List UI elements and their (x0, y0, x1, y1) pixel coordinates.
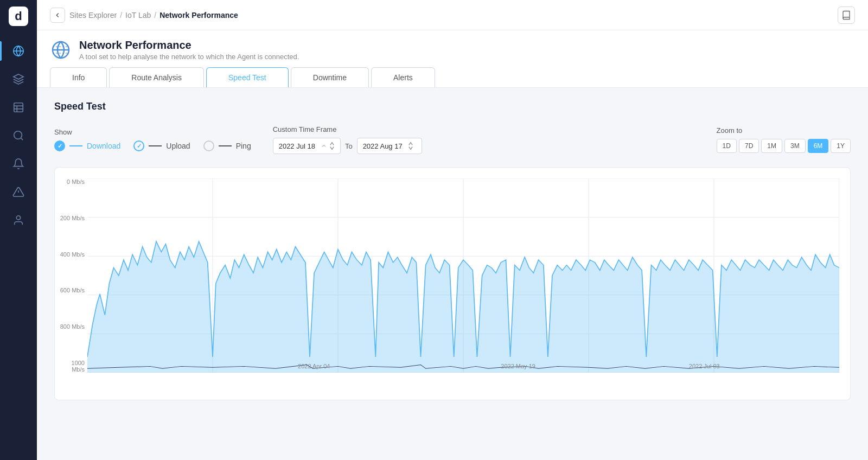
devices-icon (12, 73, 24, 85)
svg-line-7 (21, 138, 23, 140)
chart-container: 1000 Mb/s 800 Mb/s 600 Mb/s 400 Mb/s 200… (54, 167, 851, 400)
time-frame-inputs: 2022 Jul 18 To 2022 Aug 17 (273, 138, 422, 154)
download-check (54, 140, 65, 151)
tab-downtime[interactable]: Downtime (291, 67, 369, 87)
sidebar-logo: d (0, 0, 37, 33)
x-label-may: 2022 May 19 (501, 363, 535, 369)
breadcrumb-sep-1: / (120, 11, 122, 20)
y-axis: 1000 Mb/s 800 Mb/s 600 Mb/s 400 Mb/s 200… (58, 178, 85, 373)
zoom-3m[interactable]: 3M (784, 139, 806, 153)
page-title: Network Performance (79, 39, 299, 52)
reports-icon (12, 101, 24, 113)
back-arrow-icon (54, 11, 61, 19)
zoom-6m[interactable]: 6M (808, 139, 829, 153)
tab-alerts[interactable]: Alerts (371, 67, 435, 87)
sidebar-item-notifications[interactable] (0, 150, 37, 178)
chart-inner: 1000 Mb/s 800 Mb/s 600 Mb/s 400 Mb/s 200… (87, 178, 839, 389)
globe-icon (51, 40, 71, 60)
page-title-group: Network Performance A tool set to help a… (79, 39, 299, 61)
bell-icon (12, 158, 24, 170)
page-subtitle: A tool set to help analyse the network t… (79, 53, 299, 61)
header-right (838, 7, 855, 24)
upload-check (133, 140, 144, 151)
ping-line (219, 145, 232, 146)
download-label: Download (87, 142, 120, 150)
sidebar-item-reports[interactable] (0, 93, 37, 122)
sidebar-item-users[interactable] (0, 206, 37, 234)
page-title-row: Network Performance A tool set to help a… (50, 39, 855, 61)
page-icon (50, 39, 72, 61)
network-icon (12, 45, 24, 57)
book-button[interactable] (838, 7, 855, 24)
upload-label: Upload (166, 142, 190, 150)
to-separator: To (345, 142, 353, 150)
sidebar: d (0, 0, 37, 460)
tab-info[interactable]: Info (50, 67, 107, 87)
tab-speed-test[interactable]: Speed Test (206, 67, 289, 87)
date-from-value: 2022 Jul 18 (279, 142, 315, 150)
download-area-fill (87, 241, 839, 373)
upload-line (149, 145, 162, 146)
breadcrumb-iot-lab[interactable]: IoT Lab (125, 11, 151, 20)
ping-label: Ping (236, 142, 251, 150)
tab-route-analysis[interactable]: Route Analysis (109, 67, 204, 87)
breadcrumb-sep-2: / (154, 11, 156, 20)
sidebar-item-alerts[interactable] (0, 178, 37, 206)
date-from-chevron (321, 143, 327, 149)
toggle-upload[interactable]: Upload (133, 140, 190, 151)
svg-point-6 (14, 131, 22, 139)
chart-svg (87, 178, 839, 373)
toggle-ping[interactable]: Ping (203, 140, 251, 151)
y-label-1000: 1000 Mb/s (58, 360, 85, 373)
y-label-600: 600 Mb/s (58, 287, 85, 293)
breadcrumb-sites-explorer[interactable]: Sites Explorer (69, 11, 117, 20)
users-icon (12, 214, 24, 226)
y-label-800: 800 Mb/s (58, 323, 85, 330)
date-from-input[interactable]: 2022 Jul 18 (273, 138, 341, 154)
show-section: Show Download Upload (54, 128, 251, 151)
zoom-7d[interactable]: 7D (739, 139, 759, 153)
sidebar-item-devices[interactable] (0, 65, 37, 93)
zoom-1m[interactable]: 1M (761, 139, 782, 153)
page-header: Network Performance A tool set to help a… (37, 30, 868, 88)
logo-icon: d (9, 7, 28, 26)
date-to-input[interactable]: 2022 Aug 17 (357, 138, 422, 154)
zoom-1d[interactable]: 1D (717, 139, 737, 153)
svg-rect-2 (14, 103, 23, 112)
date-to-arrows (408, 142, 413, 150)
sidebar-item-monitoring[interactable] (0, 122, 37, 150)
back-button[interactable] (50, 8, 65, 23)
sidebar-item-network[interactable] (0, 37, 37, 65)
breadcrumb-current: Network Performance (159, 11, 238, 20)
time-frame-section: Custom Time Frame 2022 Jul 18 To 2022 Au… (273, 125, 422, 154)
y-label-0: 0 Mb/s (58, 178, 85, 185)
section-title: Speed Test (54, 101, 851, 112)
x-axis: 2022 Apr 04 2022 May 19 2022 Jul 03 (87, 360, 839, 373)
chart-area: 2022 Apr 04 2022 May 19 2022 Jul 03 (87, 178, 839, 373)
monitoring-icon (12, 130, 24, 142)
x-label-jul: 2022 Jul 03 (689, 363, 720, 369)
time-frame-label: Custom Time Frame (273, 125, 422, 133)
book-icon (841, 10, 851, 20)
svg-point-10 (16, 216, 20, 220)
y-label-400: 400 Mb/s (58, 251, 85, 258)
content-area: Speed Test Show Download Up (37, 88, 868, 460)
zoom-1y[interactable]: 1Y (831, 139, 851, 153)
y-label-200: 200 Mb/s (58, 215, 85, 221)
date-from-arrows (329, 142, 335, 150)
zoom-buttons: 1D 7D 1M 3M 6M 1Y (717, 139, 851, 153)
main-area: Sites Explorer / IoT Lab / Network Perfo… (37, 0, 868, 460)
tabs-row: Info Route Analysis Speed Test Downtime … (50, 67, 855, 87)
top-header: Sites Explorer / IoT Lab / Network Perfo… (37, 0, 868, 30)
show-label: Show (54, 128, 251, 136)
download-line (69, 145, 82, 146)
sidebar-nav (0, 33, 37, 234)
zoom-section: Zoom to 1D 7D 1M 3M 6M 1Y (717, 126, 851, 153)
show-toggles: Download Upload Ping (54, 140, 251, 151)
zoom-label: Zoom to (717, 126, 851, 135)
ping-check (203, 140, 214, 151)
alert-icon (12, 186, 24, 198)
breadcrumb: Sites Explorer / IoT Lab / Network Perfo… (69, 11, 238, 20)
x-label-apr: 2022 Apr 04 (298, 363, 330, 369)
toggle-download[interactable]: Download (54, 140, 120, 151)
